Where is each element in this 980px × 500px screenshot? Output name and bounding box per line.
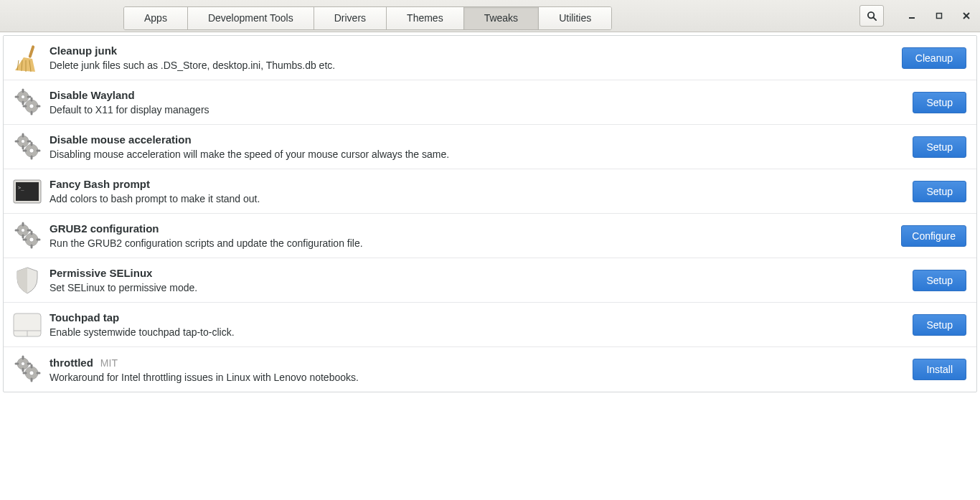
maximize-icon xyxy=(936,12,943,19)
item-desc: Run the GRUB2 configuration scripts and … xyxy=(50,237,901,249)
list-item[interactable]: Permissive SELinux Set SELinux to permis… xyxy=(4,258,976,303)
item-desc: Add colors to bash prompt to make it sta… xyxy=(50,193,913,204)
setup-button[interactable]: Setup xyxy=(913,92,966,113)
tweaks-list: Cleanup junk Delete junk files such as .… xyxy=(3,35,977,392)
tab-utilities[interactable]: Utilities xyxy=(539,7,611,29)
svg-point-41 xyxy=(29,237,34,242)
terminal-icon: >_ xyxy=(9,176,45,207)
maximize-button[interactable] xyxy=(934,11,944,21)
header-bar: Apps Development Tools Drivers Themes Tw… xyxy=(0,0,980,32)
shield-icon xyxy=(9,265,45,296)
list-item[interactable]: Disable Wayland Default to X11 for displ… xyxy=(4,80,976,125)
svg-rect-2 xyxy=(909,17,915,19)
broom-icon xyxy=(9,42,45,74)
item-title: Touchpad tap xyxy=(50,311,119,324)
list-item[interactable]: Cleanup junk Delete junk files such as .… xyxy=(4,36,976,80)
item-title: Fancy Bash prompt xyxy=(50,178,150,190)
item-desc: Set SELinux to permissive mode. xyxy=(50,282,913,293)
svg-text:>_: >_ xyxy=(18,185,24,191)
item-desc: Delete junk files such as .DS_Store, des… xyxy=(50,60,902,71)
svg-point-54 xyxy=(22,362,25,366)
item-title: Permissive SELinux xyxy=(50,267,152,279)
list-item[interactable]: throttled MIT Workaround for Intel throt… xyxy=(4,347,976,392)
list-item[interactable]: Disable mouse acceleration Disabling mou… xyxy=(4,125,976,169)
tab-drivers[interactable]: Drivers xyxy=(314,7,387,29)
setup-button[interactable]: Setup xyxy=(913,136,966,158)
svg-point-26 xyxy=(29,148,34,153)
svg-point-24 xyxy=(22,139,25,143)
search-icon xyxy=(867,11,877,22)
svg-rect-3 xyxy=(937,14,942,19)
tab-tweaks[interactable]: Tweaks xyxy=(464,7,539,29)
svg-line-1 xyxy=(873,17,876,20)
close-icon xyxy=(963,12,970,19)
gears-icon xyxy=(9,220,45,252)
item-title: Disable mouse acceleration xyxy=(50,133,192,146)
setup-button[interactable]: Setup xyxy=(913,314,966,336)
item-desc: Disabling mouse acceleration will make t… xyxy=(50,148,913,160)
svg-point-12 xyxy=(22,95,25,98)
touchpad-icon xyxy=(9,309,45,341)
install-button[interactable]: Install xyxy=(913,359,966,380)
setup-button[interactable]: Setup xyxy=(913,181,966,202)
tab-apps[interactable]: Apps xyxy=(124,7,188,29)
item-desc: Workaround for Intel throttling issues i… xyxy=(50,372,913,383)
gears-icon xyxy=(9,354,45,385)
search-button[interactable] xyxy=(859,5,884,27)
setup-button[interactable]: Setup xyxy=(913,270,966,291)
item-desc: Enable systemwide touchpad tap-to-click. xyxy=(50,326,913,338)
gears-icon xyxy=(9,131,45,163)
list-item[interactable]: Touchpad tap Enable systemwide touchpad … xyxy=(4,303,976,347)
item-title: Disable Wayland xyxy=(50,89,135,101)
gears-icon xyxy=(9,87,45,118)
item-tag: MIT xyxy=(100,357,118,369)
configure-button[interactable]: Configure xyxy=(901,225,966,247)
svg-rect-6 xyxy=(28,44,34,57)
item-title: Cleanup junk xyxy=(50,44,117,57)
item-title: throttled xyxy=(50,357,93,369)
svg-point-39 xyxy=(22,228,25,232)
list-item[interactable]: GRUB2 configuration Run the GRUB2 config… xyxy=(4,214,976,258)
item-title: GRUB2 configuration xyxy=(50,222,159,235)
minimize-icon xyxy=(908,12,915,19)
tab-development-tools[interactable]: Development Tools xyxy=(188,7,314,29)
svg-point-56 xyxy=(29,371,34,375)
item-desc: Default to X11 for display managers xyxy=(50,104,913,115)
svg-point-14 xyxy=(29,104,34,108)
close-button[interactable] xyxy=(961,11,971,21)
cleanup-button[interactable]: Cleanup xyxy=(902,47,966,69)
list-item[interactable]: >_ Fancy Bash prompt Add colors to bash … xyxy=(4,169,976,214)
tab-bar: Apps Development Tools Drivers Themes Tw… xyxy=(123,6,612,30)
minimize-button[interactable] xyxy=(907,11,917,21)
tab-themes[interactable]: Themes xyxy=(387,7,464,29)
